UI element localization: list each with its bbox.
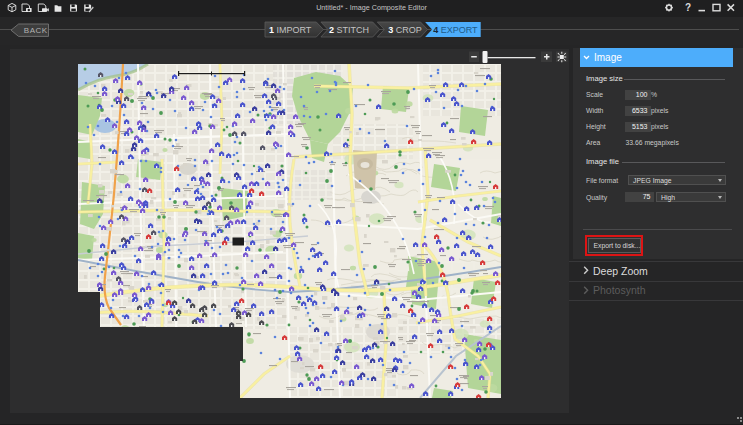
svg-text:4: 4	[433, 25, 438, 35]
svg-text:IMPORT: IMPORT	[277, 25, 312, 35]
svg-text:STITCH: STITCH	[337, 25, 370, 35]
svg-text:3: 3	[388, 25, 393, 35]
svg-text:CROP: CROP	[396, 25, 422, 35]
svg-text:?: ?	[685, 2, 691, 13]
svg-text:1: 1	[269, 25, 274, 35]
svg-text:EXPORT: EXPORT	[441, 25, 478, 35]
svg-text:BACK: BACK	[24, 26, 48, 35]
svg-text:2: 2	[329, 25, 334, 35]
